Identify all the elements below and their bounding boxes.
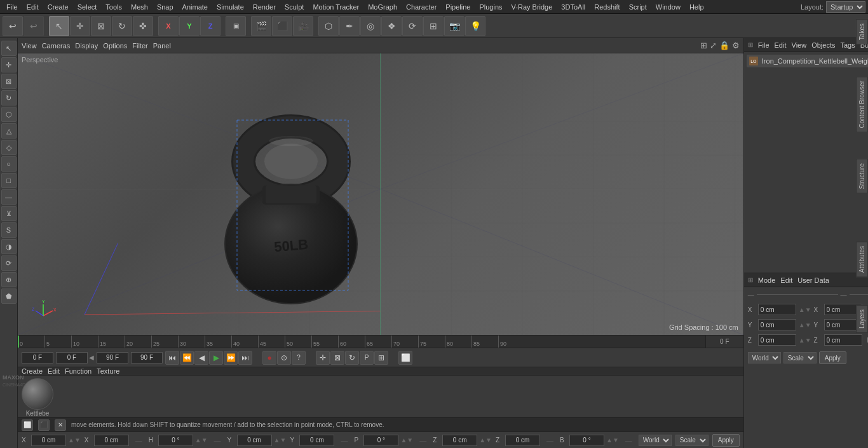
universal-tool-button[interactable]: ✜ [133,16,153,36]
material-menu-create[interactable]: Create [22,367,43,375]
menu-file[interactable]: File [3,2,22,12]
attr-menu-userdata[interactable]: User Data [797,276,829,284]
attr-y-input[interactable] [758,319,796,330]
auto-key-button[interactable]: ⊙ [277,351,291,365]
menu-character[interactable]: Character [402,2,440,12]
coord-h-input[interactable] [158,435,193,446]
attr-world-dropdown[interactable]: World [748,352,781,363]
left-tool-11[interactable]: S [1,222,17,238]
left-tool-15[interactable]: ⬟ [1,288,17,304]
viewport-menu-filter[interactable]: Filter [132,42,147,50]
viewport-ctrl-settings[interactable]: ⚙ [732,41,740,50]
menu-mesh[interactable]: Mesh [127,2,152,12]
coord-z-input[interactable] [442,435,477,446]
attr-z2-input[interactable] [824,334,862,346]
scale-dropdown[interactable]: Scale [675,435,709,446]
left-tool-6[interactable]: ◇ [1,140,17,155]
coord-y2-input[interactable] [299,435,334,446]
left-tool-0[interactable]: ↖ [1,41,17,56]
go-to-start-button[interactable]: ⏮ [165,351,179,365]
menu-pipeline[interactable]: Pipeline [442,2,474,12]
move-tool-button[interactable]: ✛ [70,16,90,36]
layout-select[interactable]: Startup [826,1,865,13]
coord-b-input[interactable] [569,435,604,446]
viewport-menu-panel[interactable]: Panel [153,42,171,50]
om-menu-view[interactable]: View [792,41,807,49]
layers-tab[interactable]: Layers [856,305,868,333]
timeline-toggle-button[interactable]: ⬜ [398,351,412,365]
left-tool-1[interactable]: ✛ [1,57,17,72]
material-menu-function[interactable]: Function [65,367,92,375]
record-button[interactable]: ● [262,351,276,365]
apply-button[interactable]: Apply [712,434,740,447]
left-tool-5[interactable]: △ [1,123,17,139]
step-forward-button[interactable]: ⏩ [224,351,238,365]
menu-vray[interactable]: V-Ray Bridge [508,2,557,12]
attr-menu-mode[interactable]: Mode [758,276,776,284]
left-tool-12[interactable]: ◑ [1,239,17,254]
help-button[interactable]: ? [292,351,306,365]
attr-menu-edit[interactable]: Edit [780,276,792,284]
lasso-button[interactable]: ⟳ [402,16,423,36]
play-back-button[interactable]: ◀ [194,351,208,365]
scale-mode-button[interactable]: ⊠ [330,351,344,365]
takes-tab[interactable]: Takes [856,19,868,44]
p-button[interactable]: P [360,351,374,365]
perspective-view-button[interactable]: ⬡ [318,16,339,36]
x-axis-button[interactable]: X [158,16,179,36]
redo-button[interactable]: ↩ [24,16,44,36]
om-menu-file[interactable]: File [758,41,770,49]
attr-scale-dropdown[interactable]: Scale [783,352,817,363]
viewport-menu-options[interactable]: Options [103,42,127,50]
z-axis-button[interactable]: Z [200,16,220,36]
menu-edit[interactable]: Edit [23,2,43,12]
timeline-ruler[interactable]: 0 5 10 15 20 25 30 35 40 45 50 55 60 65 … [18,336,705,348]
end-frame2-input[interactable] [131,352,163,363]
menu-tools[interactable]: Tools [102,2,126,12]
viewport-menu-display[interactable]: Display [75,42,98,50]
live-selection-button[interactable]: ◎ [360,16,381,36]
coord-x2-input[interactable] [94,435,129,446]
render-active-button[interactable]: 🎥 [293,16,313,36]
step-back-button[interactable]: ⏪ [180,351,194,365]
status-btn-2[interactable]: ⬛ [38,419,50,431]
viewport-menu-cameras[interactable]: Cameras [42,42,71,50]
menu-help[interactable]: Help [686,2,708,12]
scale-tool-button[interactable]: ⊠ [91,16,111,36]
object-mode-button[interactable]: ▣ [226,16,246,36]
pen-tool-button[interactable]: ✒ [339,16,360,36]
left-tool-14[interactable]: ⊕ [1,272,17,287]
frame-step-back-input[interactable] [56,352,88,363]
left-tool-13[interactable]: ⟳ [1,255,17,271]
left-tool-8[interactable]: □ [1,173,17,188]
undo-button[interactable]: ↩ [3,16,23,36]
attributes-tab[interactable]: Attributes [856,241,868,277]
grid-button[interactable]: ⊞ [423,16,444,36]
start-frame-input[interactable] [22,352,53,363]
menu-mograph[interactable]: MoGraph [364,2,401,12]
coord-p-input[interactable] [363,435,398,446]
render-region-button[interactable]: ⬛ [272,16,292,36]
menu-redshift[interactable]: Redshift [590,2,623,12]
menu-motion-tracker[interactable]: Motion Tracker [309,2,363,12]
left-tool-4[interactable]: ⬡ [1,107,17,122]
object-row-kettlebell[interactable]: LO Iron_Competition_Kettlebell_Weight_50… [747,55,868,67]
material-ball[interactable] [22,378,53,410]
move-mode-button[interactable]: ✛ [316,351,330,365]
menu-snap[interactable]: Snap [153,2,177,12]
content-browser-tab[interactable]: Content Browser [856,76,868,132]
menu-plugins[interactable]: Plugins [475,2,506,12]
viewport-menu-view[interactable]: View [22,42,37,50]
menu-animate[interactable]: Animate [179,2,212,12]
left-tool-2[interactable]: ⊠ [1,74,17,89]
y-axis-button[interactable]: Y [179,16,200,36]
menu-3dtoall[interactable]: 3DToAll [557,2,589,12]
end-frame-input[interactable] [97,352,128,363]
attr-apply-button[interactable]: Apply [819,351,846,364]
menu-script[interactable]: Script [625,2,651,12]
play-button[interactable]: ▶ [209,351,223,365]
viewport-ctrl-arrows[interactable]: ⤢ [710,41,717,50]
viewport-ctrl-expand[interactable]: ⊞ [700,41,707,50]
light-button[interactable]: 💡 [465,16,485,36]
om-menu-tags[interactable]: Tags [840,41,855,49]
